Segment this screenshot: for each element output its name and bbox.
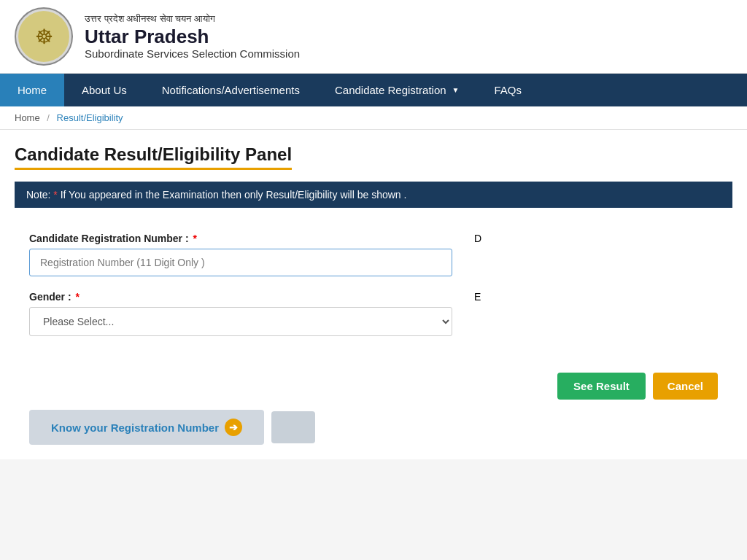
know-registration-button[interactable]: Know your Registration Number ➔ (29, 410, 264, 445)
org-subtitle: Subordinate Services Selection Commissio… (85, 47, 300, 60)
gender-required-asterisk: * (75, 291, 79, 303)
form-area: Candidate Registration Number : * D Gend… (15, 225, 732, 365)
dob-group-placeholder: D (474, 233, 562, 276)
gender-label: Gender : * (29, 291, 452, 303)
registration-number-input[interactable] (29, 249, 452, 276)
page-header: उत्तर प्रदेश अधीनस्थ सेवा चयन आयोग Uttar… (0, 0, 747, 74)
extra-label: E (474, 291, 481, 303)
arrow-right-icon: ➔ (225, 419, 242, 436)
note-bar: Note: * If You appeared in the Examinati… (15, 182, 732, 208)
main-nav: Home About Us Notifications/Advertisemen… (0, 74, 747, 106)
page-title: Candidate Result/Eligibility Panel (15, 144, 292, 170)
form-row-1: Candidate Registration Number : * D (29, 233, 718, 276)
nav-home[interactable]: Home (0, 74, 64, 106)
gender-select[interactable]: Please Select... Male Female Transgender (29, 307, 452, 336)
nav-candidate-registration[interactable]: Candidate Registration ▼ (317, 74, 477, 106)
see-result-button[interactable]: See Result (557, 373, 646, 400)
extra-placeholder-box (271, 411, 315, 443)
breadcrumb-current[interactable]: Result/Eligibility (57, 112, 123, 123)
action-buttons: See Result Cancel (15, 365, 732, 410)
nav-faqs[interactable]: FAQs (476, 74, 539, 106)
nav-about-us[interactable]: About Us (64, 74, 144, 106)
org-hindi-name: उत्तर प्रदेश अधीनस्थ सेवा चयन आयोग (85, 13, 300, 25)
note-text: Note: * If You appeared in the Examinati… (26, 189, 406, 201)
registration-number-group: Candidate Registration Number : * (29, 233, 452, 276)
org-info: उत्तर प्रदेश अधीनस्थ सेवा चयन आयोग Uttar… (85, 13, 300, 60)
dob-label: D (474, 233, 481, 244)
breadcrumb: Home / Result/Eligibility (0, 106, 747, 130)
registration-number-label: Candidate Registration Number : * (29, 233, 452, 244)
org-title: Uttar Pradesh (85, 26, 300, 47)
breadcrumb-separator: / (47, 112, 50, 123)
gender-group: Gender : * Please Select... Male Female … (29, 291, 452, 336)
know-reg-label: Know your Registration Number (51, 421, 219, 434)
org-logo (15, 7, 73, 66)
cancel-button[interactable]: Cancel (653, 373, 718, 400)
note-label: Note: (26, 189, 53, 201)
form-row-2: Gender : * Please Select... Male Female … (29, 291, 718, 336)
nav-notifications[interactable]: Notifications/Advertisements (144, 74, 317, 106)
extra-field-placeholder: E (474, 291, 562, 336)
know-registration-row: Know your Registration Number ➔ (15, 410, 732, 459)
required-asterisk: * (193, 233, 196, 244)
page-content: Candidate Result/Eligibility Panel Note:… (0, 130, 747, 459)
chevron-down-icon: ▼ (452, 86, 460, 94)
breadcrumb-home[interactable]: Home (15, 112, 40, 123)
